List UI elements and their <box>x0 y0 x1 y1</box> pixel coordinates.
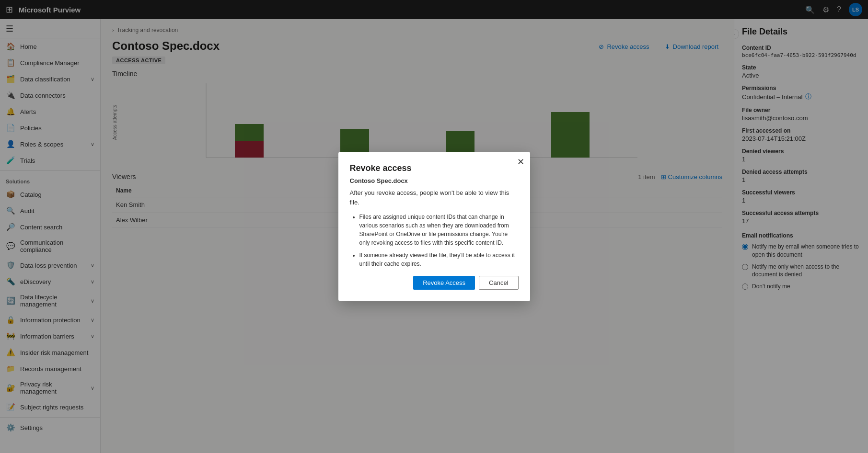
revoke-access-confirm-button[interactable]: Revoke Access <box>413 276 475 290</box>
modal-description: After you revoke access, people won't be… <box>350 188 519 207</box>
modal-bullet-2: If someone already viewed the file, they… <box>359 251 519 268</box>
modal-close-button[interactable]: ✕ <box>517 158 524 166</box>
modal-overlay[interactable]: ✕ Revoke access Contoso Spec.docx After … <box>0 0 868 453</box>
modal-title: Revoke access <box>350 163 519 173</box>
cancel-button[interactable]: Cancel <box>479 276 518 290</box>
modal-actions: Revoke Access Cancel <box>350 276 519 290</box>
modal-bullet-list: Files are assigned unique content IDs th… <box>350 213 519 268</box>
modal-filename: Contoso Spec.docx <box>350 177 519 184</box>
modal-bullet-1: Files are assigned unique content IDs th… <box>359 213 519 247</box>
revoke-access-modal: ✕ Revoke access Contoso Spec.docx After … <box>338 152 530 301</box>
